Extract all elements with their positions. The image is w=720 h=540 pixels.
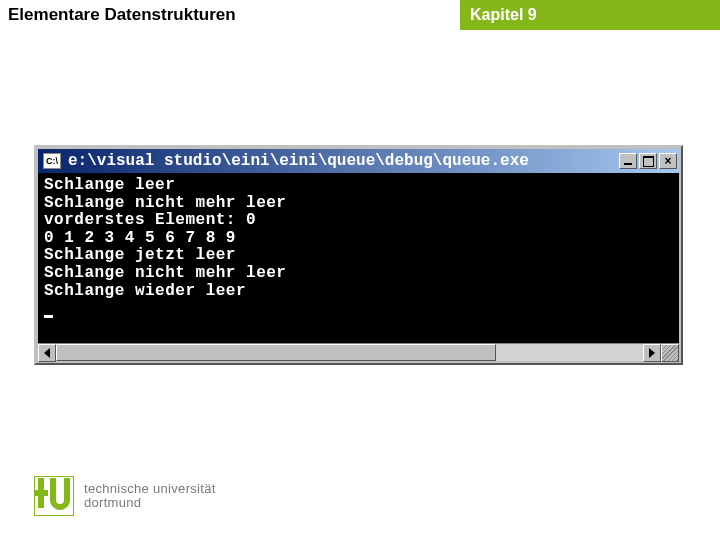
maximize-button[interactable]	[639, 153, 657, 169]
university-name: technische universität dortmund	[84, 482, 216, 509]
minimize-button[interactable]	[619, 153, 637, 169]
university-line2: dortmund	[84, 496, 216, 510]
titlebar-path: e:\visual studio\eini\eini\queue\debug\q…	[64, 152, 617, 170]
svg-rect-2	[34, 490, 48, 496]
scroll-left-button[interactable]	[38, 344, 56, 362]
chapter-label: Kapitel 9	[460, 0, 720, 30]
titlebar: C:\ e:\visual studio\eini\eini\queue\deb…	[38, 149, 679, 173]
cmd-icon: C:\	[43, 153, 61, 169]
page-title: Elementare Datenstrukturen	[0, 0, 460, 30]
footer-logo: technische universität dortmund	[34, 476, 216, 516]
console-line: Schlange wieder leer	[44, 282, 246, 300]
tu-dortmund-logo-icon	[34, 476, 74, 516]
console-line: vorderstes Element: 0	[44, 211, 256, 229]
scrollbar-track[interactable]	[56, 344, 643, 361]
console-line: 0 1 2 3 4 5 6 7 8 9	[44, 229, 236, 247]
console-line: Schlange nicht mehr leer	[44, 194, 286, 212]
console-line: Schlange leer	[44, 176, 175, 194]
arrow-right-icon	[649, 348, 655, 358]
console-output: Schlange leer Schlange nicht mehr leer v…	[38, 173, 679, 343]
horizontal-scrollbar[interactable]	[38, 343, 679, 361]
scroll-right-button[interactable]	[643, 344, 661, 362]
resize-grip-icon[interactable]	[661, 344, 679, 362]
university-line1: technische universität	[84, 482, 216, 496]
console-line: Schlange nicht mehr leer	[44, 264, 286, 282]
arrow-left-icon	[44, 348, 50, 358]
close-button[interactable]: ×	[659, 153, 677, 169]
console-line: Schlange jetzt leer	[44, 246, 236, 264]
scrollbar-thumb[interactable]	[56, 344, 496, 361]
console-window: C:\ e:\visual studio\eini\eini\queue\deb…	[34, 145, 683, 365]
slide-header: Elementare Datenstrukturen Kapitel 9	[0, 0, 720, 30]
cursor-icon	[44, 315, 53, 318]
